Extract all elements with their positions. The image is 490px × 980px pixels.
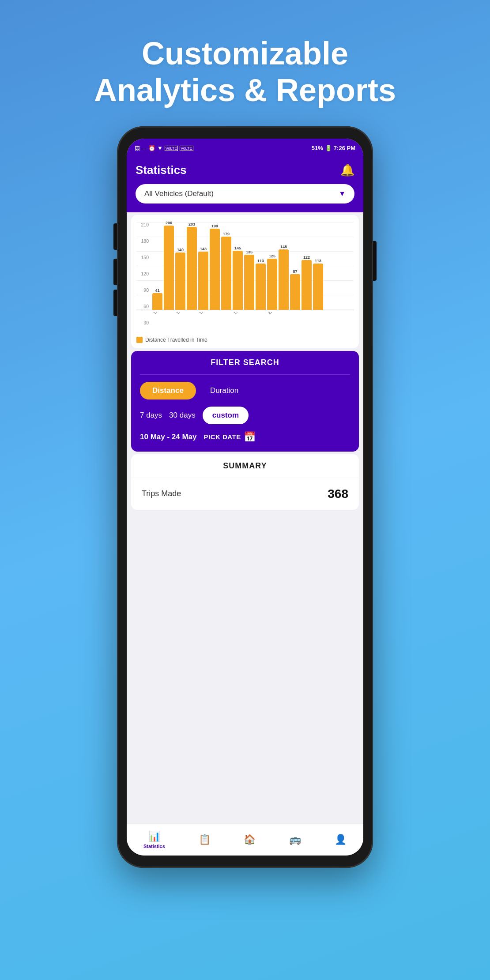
bar-group: 113 — [256, 259, 266, 310]
pick-date-button[interactable]: PICK DATE 📅 — [204, 431, 256, 443]
bar — [152, 293, 162, 310]
bar-group: 125 — [267, 254, 277, 310]
legend-label: Distance Travelled in Time — [145, 337, 207, 343]
status-minus-icon: — — [142, 146, 147, 151]
bar — [210, 229, 220, 310]
trips-made-value: 368 — [328, 487, 348, 501]
bar — [164, 226, 174, 310]
bar-group: 206 — [164, 221, 174, 310]
battery-percent: 51% — [312, 145, 323, 151]
statistics-nav-label: Statistics — [143, 844, 165, 849]
bar — [244, 255, 254, 310]
calendar-icon: 📅 — [244, 431, 256, 443]
nav-vehicles[interactable]: 🚌 — [289, 834, 301, 845]
app-header: Statistics 🔔 — [127, 158, 363, 184]
bar — [290, 274, 300, 310]
chart-legend: Distance Travelled in Time — [136, 337, 354, 343]
trips-made-label: Trips Made — [142, 489, 181, 498]
bar — [233, 251, 243, 310]
custom-option[interactable]: custom — [203, 407, 249, 424]
legend-color-dot — [136, 337, 143, 343]
hero-section: Customizable Analytics & Reports — [94, 35, 396, 109]
date-range-row: 10 May - 24 May PICK DATE 📅 — [140, 431, 350, 443]
filter-title: FILTER SEARCH — [140, 358, 350, 367]
bar-group: 87 — [290, 269, 300, 310]
bar-value: 41 — [155, 288, 159, 293]
bar-value: 143 — [200, 247, 207, 251]
bar-group: 143 — [198, 247, 208, 310]
30days-option[interactable]: 30 days — [169, 411, 196, 420]
filter-tabs: Distance Duration — [140, 382, 350, 400]
bar-value: 203 — [188, 222, 195, 226]
filter-divider — [140, 374, 350, 375]
pick-date-label: PICK DATE — [204, 433, 241, 441]
bar-value: 206 — [166, 221, 172, 225]
bar-group: 179 — [221, 232, 231, 310]
summary-title: SUMMARY — [131, 454, 359, 478]
bar-group: 199 — [210, 224, 220, 310]
bar-group: 145 — [233, 246, 243, 310]
status-wifi-icon: ▼ — [157, 145, 163, 151]
hero-line1: Customizable — [142, 36, 348, 71]
y-tick: 30 — [136, 320, 151, 325]
home-nav-icon: 🏠 — [244, 834, 256, 845]
nav-profile[interactable]: 👤 — [335, 834, 347, 845]
bar-value: 140 — [177, 248, 184, 252]
bar-value: 113 — [257, 259, 264, 263]
bar — [221, 237, 231, 310]
reports-nav-icon: 📋 — [199, 834, 211, 845]
bar — [313, 264, 323, 310]
bar-value: 122 — [303, 255, 310, 260]
bar-group: 41 — [152, 288, 162, 310]
bottom-navigation: 📊 Statistics 📋 🏠 🚌 👤 — [127, 824, 363, 856]
bar-group: 122 — [302, 255, 312, 310]
bar-value: 135 — [246, 250, 253, 254]
bar — [187, 227, 197, 310]
summary-section: SUMMARY Trips Made 368 — [131, 454, 359, 510]
chart-section: 30 60 90 120 150 180 210 — [131, 215, 359, 348]
nav-home[interactable]: 🏠 — [244, 834, 256, 845]
bar — [302, 260, 312, 310]
vehicle-dropdown[interactable]: All Vehicles (Default) ▼ — [136, 184, 354, 204]
chevron-down-icon: ▼ — [339, 190, 346, 198]
date-options: 7 days 30 days custom — [140, 407, 350, 424]
7days-option[interactable]: 7 days — [140, 411, 162, 420]
clock-time: 7:26 PM — [334, 145, 355, 151]
nav-statistics[interactable]: 📊 Statistics — [143, 831, 165, 849]
status-right: 51% 🔋 7:26 PM — [312, 145, 355, 151]
app-title: Statistics — [136, 163, 187, 177]
bar — [198, 252, 208, 310]
status-alarm-icon: ⏰ — [148, 145, 155, 151]
bar — [267, 259, 277, 310]
phone-screen: 🖼 — ⏰ ▼ VoLTE VoLTE 51% 🔋 7:26 PM Statis… — [127, 139, 363, 856]
date-range-text: 10 May - 24 May — [140, 433, 197, 441]
battery-icon: 🔋 — [325, 145, 332, 151]
distance-tab[interactable]: Distance — [140, 382, 196, 400]
bar-group: 135 — [244, 250, 254, 310]
bar-group: 140 — [175, 248, 185, 310]
status-bar: 🖼 — ⏰ ▼ VoLTE VoLTE 51% 🔋 7:26 PM — [127, 139, 363, 158]
x-axis: 10May'22 13May'22 16May'22 19May'22 22Ma… — [136, 312, 354, 333]
bar-value: 113 — [315, 259, 321, 263]
status-volte2-icon: VoLTE — [180, 146, 193, 151]
statistics-nav-icon: 📊 — [148, 831, 160, 842]
notification-bell-icon[interactable]: 🔔 — [340, 163, 354, 177]
bar — [256, 264, 266, 310]
x-spacer — [256, 312, 266, 333]
bar — [175, 253, 185, 310]
bar-value: 125 — [269, 254, 275, 258]
status-left: 🖼 — ⏰ ▼ VoLTE VoLTE — [135, 145, 193, 151]
bar-value: 179 — [223, 232, 230, 236]
bar-value: 87 — [293, 269, 297, 274]
bar — [279, 249, 289, 310]
phone-device: 🖼 — ⏰ ▼ VoLTE VoLTE 51% 🔋 7:26 PM Statis… — [117, 126, 373, 868]
x-label: 22May'22 — [267, 312, 289, 327]
profile-nav-icon: 👤 — [335, 834, 347, 845]
bar-group: 148 — [279, 245, 289, 310]
nav-reports[interactable]: 📋 — [199, 834, 211, 845]
bar-group: 203 — [187, 222, 197, 310]
bar-value: 145 — [234, 246, 241, 250]
duration-tab[interactable]: Duration — [203, 382, 245, 400]
bar-value: 199 — [211, 224, 218, 228]
vehicle-filter-wrapper: All Vehicles (Default) ▼ — [127, 184, 363, 212]
